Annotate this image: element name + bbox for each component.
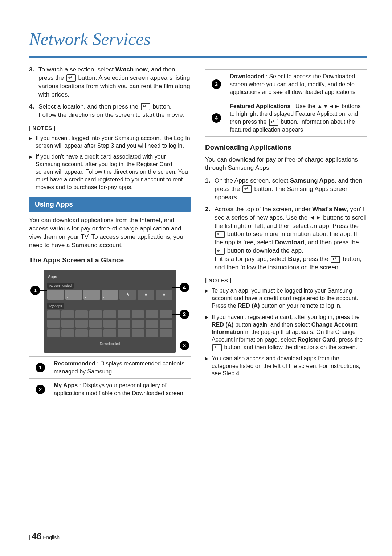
app-tile	[146, 329, 158, 337]
leader-line	[172, 287, 180, 288]
text-bold: Watch now	[115, 66, 148, 73]
page-footer: | 46 English	[29, 531, 60, 541]
app-tile	[75, 320, 88, 328]
app-tile	[118, 320, 130, 328]
notes-heading: | NOTES |	[29, 124, 191, 132]
callout-num-3: 3	[212, 79, 221, 89]
app-tile	[118, 310, 130, 318]
scr-recommended-pill: Recommended	[47, 283, 74, 289]
recommended-row	[47, 290, 172, 300]
app-tile	[89, 310, 102, 318]
app-tile	[132, 329, 144, 337]
glance-heading: The Apps Screen at a Glance	[29, 255, 191, 265]
app-tile	[146, 310, 158, 318]
caret-right-icon: ▶	[205, 355, 212, 377]
app-tile	[103, 320, 116, 328]
callout-table-right: 3 Downloaded : Select to access the Down…	[205, 69, 367, 137]
callout-label: My Apps	[54, 382, 78, 388]
scr-title: Apps	[48, 274, 172, 279]
manual-page: Network Services 3. To watch a selection…	[0, 0, 392, 556]
callout-pin-1: 1	[30, 286, 40, 295]
app-tile	[132, 320, 144, 328]
app-tile	[89, 329, 102, 337]
note-text: You can also access and download apps fr…	[212, 355, 367, 377]
featured-tile	[156, 290, 172, 300]
app-tile	[61, 329, 74, 337]
downloading-heading: Downloading Applications	[205, 143, 367, 152]
enter-icon	[215, 248, 225, 255]
dl-step-1: 1. On the Apps screen, select Samsung Ap…	[205, 177, 367, 202]
leader-line	[172, 314, 180, 315]
enter-icon	[141, 103, 150, 110]
right-column: 3 Downloaded : Select to access the Down…	[205, 66, 367, 400]
dl-step-2: 2. Across the top of the screen, under W…	[205, 205, 367, 272]
callout-pin-2: 2	[180, 310, 189, 319]
text-bold: Download	[275, 239, 304, 246]
callout-pin-3: 3	[180, 341, 189, 350]
text: On the Apps screen, select	[215, 177, 290, 184]
note-item: ▶ If you haven't logged into your Samsun…	[29, 135, 191, 150]
callout-label: Featured Applications	[230, 103, 290, 109]
app-tile	[61, 320, 74, 328]
myapps-row	[47, 329, 172, 337]
app-tile	[47, 320, 60, 328]
myapps-row	[47, 310, 172, 318]
app-tile	[75, 329, 88, 337]
enter-icon	[331, 256, 340, 263]
text: button to download the app.	[225, 247, 303, 254]
text-bold: Buy	[288, 255, 299, 262]
callout-num-2: 2	[36, 385, 45, 394]
text-bold: RED (A)	[238, 303, 260, 309]
app-tile	[61, 310, 74, 318]
rec-tile	[47, 290, 64, 300]
app-tile	[160, 329, 172, 337]
text-bold: Samsung Apps	[290, 177, 335, 184]
app-tile	[160, 310, 172, 318]
app-tile	[89, 320, 102, 328]
table-row: 4 Featured Applications : Use the ▲▼◄► b…	[205, 99, 367, 137]
table-row: 2 My Apps : Displays your personal galle…	[29, 379, 191, 400]
using-apps-heading: Using Apps	[29, 197, 191, 212]
apps-screen-figure: Apps Recommended My Apps	[29, 270, 191, 353]
accent-rule	[29, 56, 367, 58]
note-text: To buy an app, you must be logged into y…	[212, 287, 367, 310]
table-row: 1 Recommended : Displays recommended con…	[29, 357, 191, 379]
enter-icon	[212, 344, 222, 351]
text: To watch a selection, select	[38, 66, 115, 73]
note-item: ▶ If you don't have a credit card associ…	[29, 153, 191, 191]
note-item: ▶ You can also access and download apps …	[205, 355, 367, 377]
left-column: 3. To watch a selection, select Watch no…	[29, 66, 191, 400]
enter-icon	[66, 74, 76, 82]
myapps-row	[47, 320, 172, 328]
scr-myapps-pill: My Apps	[47, 303, 64, 309]
text-bold: RED (A)	[212, 322, 233, 328]
caret-right-icon: ▶	[29, 153, 36, 191]
app-tile	[75, 310, 88, 318]
page-number: 46	[32, 531, 42, 541]
text: Select a location, and then press the	[38, 103, 140, 110]
enter-icon	[242, 185, 252, 193]
caret-right-icon: ▶	[205, 287, 212, 310]
featured-tile	[138, 290, 154, 300]
app-tile	[146, 320, 158, 328]
note-text: If you haven't registered a card, after …	[212, 314, 367, 351]
text: Across the top of the screen, under	[215, 206, 312, 213]
text-bold: Register Card	[298, 336, 336, 343]
app-tile	[103, 329, 116, 337]
note-text: If you don't have a credit card associat…	[36, 153, 191, 191]
text-bold: What's New	[312, 206, 347, 213]
text: If it is a for pay app, select	[215, 255, 288, 262]
app-tile	[160, 320, 172, 328]
caret-right-icon: ▶	[205, 314, 212, 351]
text: button, and then follow the directions o…	[222, 344, 357, 350]
footer-lang: English	[43, 535, 60, 540]
callout-table-left: 1 Recommended : Displays recommended con…	[29, 356, 191, 400]
app-tile	[47, 310, 60, 318]
text: If you haven't registered a card, after …	[212, 314, 360, 320]
callout-label: Downloaded	[230, 73, 264, 79]
app-tile	[118, 329, 130, 337]
table-row: 3 Downloaded : Select to access the Down…	[205, 70, 367, 99]
step-4: 4. Select a location, and then press the…	[29, 103, 191, 119]
callout-num-4: 4	[212, 113, 221, 123]
enter-icon	[215, 231, 225, 238]
